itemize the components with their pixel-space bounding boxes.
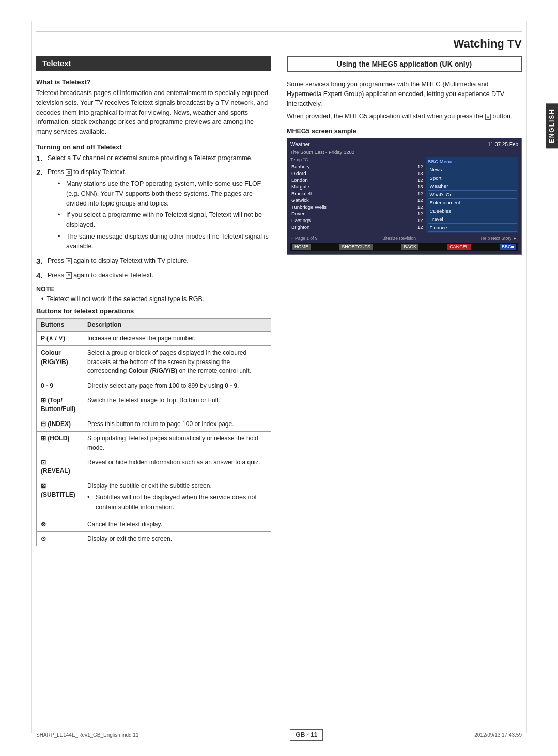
turning-on-title: Turning on and off Teletext — [36, 143, 271, 151]
step-3-num: 3. — [36, 256, 48, 267]
btn-reveal: ⊡(REVEAL) — [37, 455, 83, 479]
desc-cancel: Cancel the Teletext display. — [83, 517, 271, 531]
btn-subtitle: ⊠(SUBTITLE) — [37, 479, 83, 517]
page-number-separator: - — [307, 731, 311, 738]
step-4: 4. Press ≡ again to deactivate Teletext. — [36, 271, 271, 282]
note-bullet-1: Teletext will not work if the selected s… — [41, 294, 271, 304]
table-row: ⊟ (INDEX) Press this button to return to… — [37, 417, 271, 431]
mheg5-intro-2: When provided, the MHEG5 application wil… — [287, 112, 522, 121]
right-margin-line — [526, 21, 527, 733]
content-columns: Teletext What is Teletext? Teletext broa… — [36, 56, 522, 546]
desc-time: Display or exit the time screen. — [83, 531, 271, 546]
table-row: ⊗ Cancel the Teletext display. — [37, 517, 271, 531]
btn-top: ⊞ (Top/Button/Full) — [37, 393, 83, 417]
menu-item: Entertainment — [428, 199, 517, 207]
right-column: Using the MHEG5 application (UK only) So… — [287, 56, 522, 546]
teletext-icon-3: ≡ — [66, 258, 71, 265]
page-title: Watching TV — [36, 37, 522, 51]
left-column: Teletext What is Teletext? Teletext broa… — [36, 56, 271, 546]
buttons-section-title: Buttons for teletext operations — [36, 307, 271, 315]
next-story-label: Help Next Story ► — [481, 235, 517, 241]
desc-reveal: Reveal or hide hidden information such a… — [83, 455, 271, 479]
table-header-row: Buttons Description — [37, 319, 271, 332]
step-2: 2. Press ≡ to display Teletext. Many sta… — [36, 167, 271, 253]
btn-hold: ⊞ (HOLD) — [37, 432, 83, 455]
btn-index: ⊟ (INDEX) — [37, 417, 83, 431]
step-2-num: 2. — [36, 167, 48, 179]
menu-item: What's On — [428, 191, 517, 199]
subtitle-bullets: Subtitles will not be displayed when the… — [87, 493, 267, 512]
teletext-icon-2: ≡ — [66, 169, 71, 176]
btn-09: 0 - 9 — [37, 379, 83, 393]
bullet-2-1: Many stations use the TOP operating syst… — [58, 179, 271, 208]
note-section: NOTE Teletext will not work if the selec… — [36, 286, 271, 304]
bbc-btn: BBC■ — [500, 244, 516, 250]
footer-right: 2012/09/13 17:43:59 — [474, 732, 522, 738]
col-buttons: Buttons — [37, 319, 83, 332]
table-row: P (∧ / ∨) Increase or decrease the page … — [37, 332, 271, 346]
mheg5-section-header: Using the MHEG5 application (UK only) — [287, 56, 522, 72]
page-number: 11 — [311, 731, 317, 738]
menu-item: Travel — [428, 215, 517, 224]
menu-item: Weather — [428, 182, 517, 191]
desc-index: Press this button to return to page 100 … — [83, 417, 271, 431]
city-row: Dover12 — [290, 210, 424, 217]
screen-content: Temp °C Banbury12 Oxford13 London12 Marg… — [290, 157, 518, 233]
screen-bottom-bar: HOME SHORTCUTS BACK CANCEL BBC■ — [290, 243, 518, 251]
col-description: Description — [83, 319, 271, 332]
left-margin-line — [31, 21, 32, 733]
screen-subtitle: The South East - Friday 1200 — [290, 149, 518, 155]
city-row: Bracknell12 — [290, 190, 424, 197]
page-number-label: GB — [296, 731, 305, 738]
mheg5-intro-1: Some services bring you programmes with … — [287, 80, 522, 108]
desc-hold: Stop updating Teletext pages automatical… — [83, 432, 271, 455]
desc-09: Directly select any page from 100 to 899… — [83, 379, 271, 393]
step-1: 1. Select a TV channel or external sourc… — [36, 153, 271, 165]
page-footer: SHARP_LE144E_Rev1_GB_English.indd 11 GB … — [36, 726, 522, 741]
city-row: London12 — [290, 177, 424, 183]
subtitle-bullet-1: Subtitles will not be displayed when the… — [87, 493, 267, 512]
table-row: ⊞ (Top/Button/Full) Switch the Teletext … — [37, 393, 271, 417]
city-row: Hastings12 — [290, 217, 424, 224]
btn-time: ⊙ — [37, 531, 83, 546]
what-is-title: What is Teletext? — [36, 78, 271, 86]
bbc-menu-title: BBC Menu — [428, 159, 517, 164]
note-title: NOTE — [36, 286, 271, 293]
page-count: ≈ Page 1 of 9 — [291, 235, 318, 241]
city-row: Brighton12 — [290, 224, 424, 230]
note-bullets: Teletext will not work if the selected s… — [41, 294, 271, 304]
page-number-box: GB - 11 — [290, 729, 323, 741]
page-container: Watching TV ENGLISH Teletext What is Tel… — [0, 0, 558, 756]
teletext-section-header: Teletext — [36, 56, 271, 71]
step-2-content: Press ≡ to display Teletext. Many statio… — [48, 167, 271, 253]
footer-left: SHARP_LE144E_Rev1_GB_English.indd 11 — [36, 732, 138, 738]
teletext-icon-4: ≡ — [66, 272, 71, 279]
table-row: ⊠(SUBTITLE) Display the subtitle or exit… — [37, 479, 271, 517]
mheg5-screen: Weather 11:37 25 Feb The South East - Fr… — [287, 138, 522, 255]
back-btn: BACK — [401, 244, 419, 250]
city-row: Banbury12 — [290, 163, 424, 170]
menu-item: CBeebies — [428, 207, 517, 215]
menu-item: News — [428, 166, 517, 174]
what-is-text: Teletext broadcasts pages of information… — [36, 88, 271, 137]
screen-menu: BBC Menu News Sport Weather What's On En… — [426, 157, 518, 233]
screen-time-label: 11:37 25 Feb — [488, 141, 518, 147]
temp-header: Temp °C — [290, 157, 424, 162]
table-row: 0 - 9 Directly select any page from 100 … — [37, 379, 271, 393]
screen-page-info: ≈ Page 1 of 9 Bitesize Revision Help Nex… — [290, 235, 518, 241]
screen-sample-title: MHEG5 screen sample — [287, 128, 522, 135]
city-row: Gatwick12 — [290, 197, 424, 203]
bullet-2-2: If you select a programme with no Telete… — [58, 210, 271, 230]
step-4-num: 4. — [36, 270, 48, 282]
step-1-num: 1. — [36, 153, 48, 165]
step-3-text: Press ≡ again to display Teletext with T… — [48, 256, 189, 266]
steps-list: 1. Select a TV channel or external sourc… — [36, 153, 271, 282]
city-row: Oxford13 — [290, 170, 424, 177]
top-divider — [36, 31, 522, 32]
step-4-text: Press ≡ again to deactivate Teletext. — [48, 271, 153, 280]
bitesize-label: Bitesize Revision — [382, 235, 416, 241]
desc-subtitle: Display the subtitle or exit the subtitl… — [83, 479, 271, 517]
buttons-table: Buttons Description P (∧ / ∨) Increase o… — [36, 318, 271, 546]
desc-p: Increase or decrease the page number. — [83, 332, 271, 346]
city-row: Margate13 — [290, 183, 424, 190]
